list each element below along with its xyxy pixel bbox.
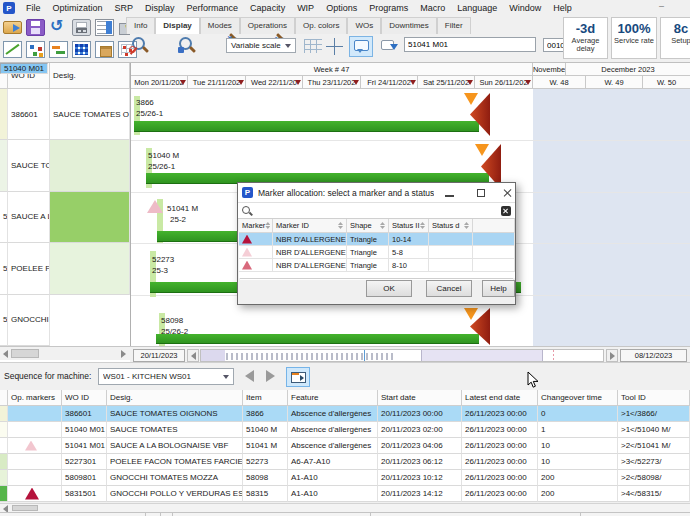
desig-cell[interactable]: GNOCCHI TOMATES MOZZA xyxy=(107,470,243,486)
tab-operations[interactable]: Operations xyxy=(240,17,295,34)
tool-id-cell[interactable]: >2</58098/ xyxy=(618,470,690,486)
shape-cell[interactable]: Triangle xyxy=(347,259,389,272)
gantt-bar[interactable] xyxy=(156,334,479,344)
item-cell[interactable]: 51041 M xyxy=(243,438,288,454)
menu-options[interactable]: Options xyxy=(320,3,363,13)
col-latest-end-date[interactable]: Latest end date xyxy=(462,390,538,406)
data-table-icon[interactable] xyxy=(72,41,91,58)
item-cell[interactable]: 52273 xyxy=(243,454,288,470)
desig-cell[interactable]: SAUCE A LA BOLOGNAISE VBF xyxy=(107,438,243,454)
tab-wos[interactable]: WOs xyxy=(347,17,381,34)
col-marker[interactable]: Marker xyxy=(239,219,273,233)
col-shape[interactable]: Shape xyxy=(347,219,389,233)
menu-programs[interactable]: Programs xyxy=(363,3,414,13)
scroll-right-icon[interactable] xyxy=(121,350,126,358)
end-date-cell[interactable]: 26/11/2023 00:00 xyxy=(462,454,538,470)
week-50-header[interactable]: W. 50 xyxy=(643,76,690,89)
grid-toggle-icon[interactable] xyxy=(304,39,322,53)
window-minimize-button[interactable]: – xyxy=(659,1,664,11)
gantt-row-wo[interactable]: 386601 xyxy=(8,89,50,140)
menu-macro[interactable]: Macro xyxy=(414,3,451,13)
start-date-cell[interactable]: 20/11/2023 10:12 xyxy=(378,470,462,486)
tab-display[interactable]: Display xyxy=(155,17,199,34)
tab-modes[interactable]: Modes xyxy=(200,17,240,34)
changeover-cell[interactable]: 1 xyxy=(538,422,618,438)
marker-id-cell[interactable]: NBR D'ALLERGENE xyxy=(273,246,347,259)
col-desig[interactable]: Desig. xyxy=(107,390,243,406)
zoom-off-icon[interactable] xyxy=(129,36,150,56)
tool-id-cell[interactable]: >3</52273/ xyxy=(618,454,690,470)
end-date-cell[interactable]: 26/11/2023 00:00 xyxy=(462,422,538,438)
desig-cell[interactable]: POELEE FACON TOMATES FARCIES xyxy=(107,454,243,470)
marker-cell[interactable] xyxy=(239,233,273,246)
scrollbar-thumb[interactable] xyxy=(12,505,38,511)
changeover-cell[interactable]: 10 xyxy=(538,438,618,454)
op-marker-cell[interactable] xyxy=(8,438,62,454)
op-marker-cell[interactable] xyxy=(8,406,62,422)
changeover-cell[interactable]: 0 xyxy=(538,406,618,422)
menu-wip[interactable]: WIP xyxy=(291,3,320,13)
menu-optimization[interactable]: Optimization xyxy=(47,3,109,13)
tool-id-cell[interactable]: >2</51041 M/ xyxy=(618,438,690,454)
undo-icon[interactable] xyxy=(49,19,68,36)
menu-performance[interactable]: Performance xyxy=(181,3,245,13)
item-cell[interactable]: 58098 xyxy=(243,470,288,486)
gantt-row-wo-selected[interactable]: 51040 M01 xyxy=(0,63,48,74)
week-49-header[interactable]: W. 49 xyxy=(586,76,643,89)
marker-cell[interactable] xyxy=(239,259,273,272)
left-pane-scrollbar[interactable] xyxy=(0,346,130,360)
scroll-right-button[interactable] xyxy=(606,349,618,362)
scroll-left-icon[interactable] xyxy=(3,350,8,358)
end-date-cell[interactable]: 26/11/2023 00:00 xyxy=(462,438,538,454)
gantt-row-desig[interactable]: SAUCE TOMATES OIGNO xyxy=(50,89,130,140)
package-icon[interactable] xyxy=(95,41,114,58)
desig-cell[interactable]: SAUCE TOMATES xyxy=(107,422,243,438)
menu-display[interactable]: Display xyxy=(139,3,181,13)
dialog-search-field[interactable] xyxy=(238,203,515,219)
status-cell[interactable]: 8-10 xyxy=(389,259,429,272)
changeover-cell[interactable]: 200 xyxy=(538,470,618,486)
op-marker-cell[interactable] xyxy=(8,486,62,502)
open-folder-icon[interactable] xyxy=(3,21,22,34)
scrollbar-thumb[interactable] xyxy=(11,349,39,358)
wo-id-cell[interactable]: 5831501 xyxy=(62,486,107,502)
scale-select[interactable]: Variable scale xyxy=(226,38,296,53)
tab-info[interactable]: Info xyxy=(126,17,155,34)
network-view-icon[interactable] xyxy=(26,41,45,58)
feature-cell[interactable]: A1-A10 xyxy=(288,486,378,502)
col-op-markers[interactable]: Op. markers xyxy=(8,390,62,406)
sequence-view-button[interactable] xyxy=(286,367,310,387)
feature-cell[interactable]: A1-A10 xyxy=(288,470,378,486)
col-status-d[interactable]: Status d xyxy=(429,219,473,233)
item-cell[interactable]: 58315 xyxy=(243,486,288,502)
day-header[interactable]: Wed 22/11/20 xyxy=(246,76,303,89)
op-marker-cell[interactable] xyxy=(8,454,62,470)
changeover-cell[interactable]: 10 xyxy=(538,454,618,470)
diagonal-chart-icon[interactable] xyxy=(3,41,22,58)
cancel-button[interactable]: Cancel xyxy=(426,280,472,297)
wo-id-cell[interactable]: 5809801 xyxy=(62,470,107,486)
menu-window[interactable]: Window xyxy=(503,3,547,13)
col-status-id[interactable]: Status II xyxy=(389,219,429,233)
tab-downtimes[interactable]: Downtimes xyxy=(381,17,437,34)
dialog-minimize-button[interactable] xyxy=(444,187,456,199)
col-changeover-time[interactable]: Changeover time xyxy=(538,390,618,406)
end-date-cell[interactable]: 26/11/2023 00:00 xyxy=(462,470,538,486)
week-48-header[interactable]: W. 48 xyxy=(533,76,586,89)
day-header[interactable]: Tue 21/11/202 xyxy=(188,76,246,89)
save-icon[interactable] xyxy=(26,19,45,36)
wo-id-cell[interactable]: 5227301 xyxy=(62,454,107,470)
scroll-left-button[interactable] xyxy=(187,349,199,362)
clear-search-icon[interactable] xyxy=(501,206,511,216)
start-date-cell[interactable]: 20/11/2023 00:00 xyxy=(378,406,462,422)
menu-capacity[interactable]: Capacity xyxy=(244,3,291,13)
dialog-maximize-button[interactable] xyxy=(476,187,488,199)
feature-cell[interactable]: A6-A7-A10 xyxy=(288,454,378,470)
gantt-window-icon[interactable] xyxy=(49,41,68,58)
col-item[interactable]: Item xyxy=(243,390,288,406)
wo-search-input[interactable] xyxy=(404,37,536,52)
gantt-col-desig[interactable]: Desig. xyxy=(50,63,130,89)
day-header[interactable]: Mon 20/11/202 xyxy=(131,76,188,89)
tab-op-colors[interactable]: Op. colors xyxy=(295,17,347,34)
next-machine-icon[interactable] xyxy=(266,370,275,382)
